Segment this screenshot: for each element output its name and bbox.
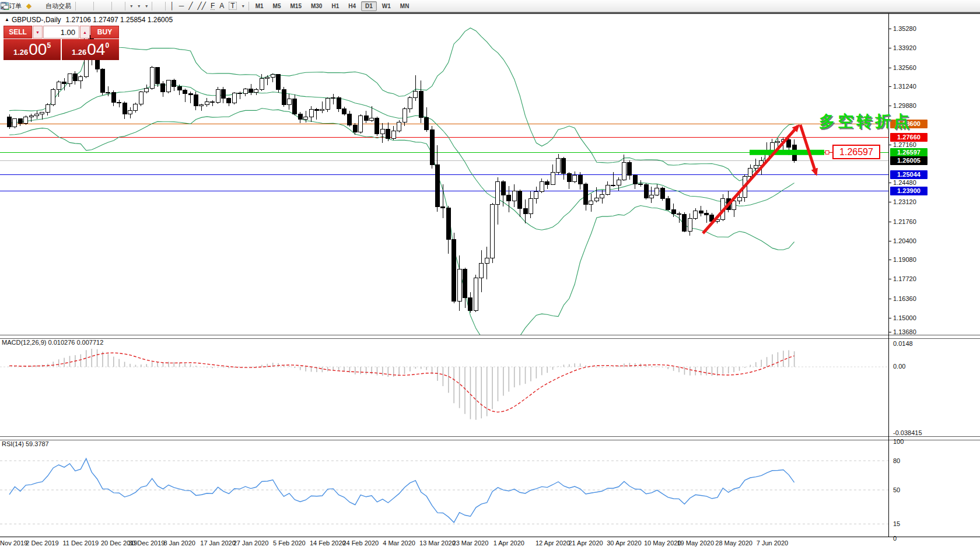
timeframe-button-mn[interactable]: MN <box>396 1 414 11</box>
bar-chart-type-button[interactable] <box>78 1 82 11</box>
buy-price-big-digits: 04 <box>87 40 105 59</box>
rsi-label: RSI(14) 59.3787 <box>2 440 49 447</box>
sell-price-pip-digit: 5 <box>47 41 51 50</box>
cursor-tool-button[interactable] <box>154 1 159 11</box>
horizontal-line-tool-button[interactable]: ─ <box>177 1 187 11</box>
level-price-box: 1.23900 <box>890 187 928 195</box>
symbol-triangle-icon: ▲ <box>5 17 9 22</box>
price-tick-label: 1.13680 <box>893 328 916 335</box>
dropdown-arrow-icon: ▾ <box>145 3 148 9</box>
chart-symbol-period: GBPUSD-,Daily <box>12 16 61 24</box>
rsi-name: RSI(14) <box>2 440 24 447</box>
signals-button[interactable] <box>38 1 43 11</box>
date-tick-label: 1 Apr 2020 <box>484 540 533 547</box>
vertical-line-icon: │ <box>170 2 174 9</box>
line-chart-type-button[interactable] <box>87 1 92 11</box>
price-tick-label: 1.24480 <box>893 179 916 186</box>
timeframe-button-h1[interactable]: H1 <box>327 1 343 11</box>
sell-price-display[interactable]: 1.26 00 5 <box>4 39 61 60</box>
price-tick-mark <box>888 202 891 202</box>
rsi-axis-label: 0 <box>893 535 897 542</box>
toolbar-separator <box>249 2 249 10</box>
arrows-tool-button[interactable]: ▾ <box>239 1 247 11</box>
trendline-icon: ╱ <box>188 2 192 9</box>
chat-button[interactable] <box>972 1 977 11</box>
level-price-box: 1.25044 <box>890 170 928 179</box>
spin-up-icon: ▲ <box>83 30 87 34</box>
buy-button[interactable]: BUY <box>90 26 119 38</box>
price-tick-mark <box>888 260 891 260</box>
macd-axis-label: -0.038415 <box>893 429 922 436</box>
rsi-axis-label: 15 <box>893 520 900 527</box>
level-price-callout[interactable]: 1.26597 <box>832 145 880 159</box>
chart-ohlc-values: 1.27106 1.27497 1.25854 1.26005 <box>66 16 173 24</box>
toolbar-right-group <box>967 1 977 11</box>
templates-button[interactable]: ▾ <box>142 1 150 11</box>
timeframe-button-m15[interactable]: M15 <box>286 1 306 11</box>
price-tick-label: 1.23120 <box>893 198 916 205</box>
label-tool-button[interactable]: T <box>226 1 239 11</box>
fibonacci-icon: F <box>211 2 215 10</box>
candlesticks <box>8 30 797 313</box>
auto-scroll-button[interactable] <box>114 1 118 11</box>
volume-input[interactable]: 1.00 <box>43 26 79 38</box>
price-tick-mark <box>888 332 891 332</box>
price-tick-mark <box>888 222 891 222</box>
rsi-axis-label: 80 <box>893 457 900 464</box>
candlestick-chart-type-button[interactable] <box>82 1 87 11</box>
toolbar-separator <box>125 2 125 10</box>
price-tick-label: 1.20400 <box>893 237 916 244</box>
price-tick-label: 1.15000 <box>893 314 916 321</box>
market-watch-button[interactable] <box>34 1 38 11</box>
price-tick-mark <box>888 29 891 29</box>
vertical-line-tool-button[interactable]: │ <box>167 1 177 11</box>
sell-price-prefix: 1.26 <box>13 48 28 57</box>
volume-decrease-button[interactable]: ▼ <box>33 26 43 38</box>
price-tick-mark <box>888 68 891 68</box>
buy-price-display[interactable]: 1.26 04 0 <box>62 39 119 60</box>
timeframe-button-h4[interactable]: H4 <box>344 1 360 11</box>
trendline-tool-button[interactable]: ╱ <box>186 1 195 11</box>
level-price-box: 1.26597 <box>890 148 928 157</box>
rsi-indicator-panel[interactable] <box>0 439 888 537</box>
price-tick-mark <box>888 279 891 279</box>
timeframe-button-d1[interactable]: D1 <box>361 1 377 11</box>
tile-windows-button[interactable] <box>105 1 110 11</box>
text-tool-button[interactable]: A <box>217 1 226 11</box>
macd-name: MACD(12,26,9) <box>2 339 46 346</box>
dropdown-arrow-icon: ▾ <box>242 3 244 9</box>
zoom-in-button[interactable] <box>96 1 100 11</box>
sell-button[interactable]: SELL <box>4 26 32 38</box>
timeframe-button-w1[interactable]: W1 <box>378 1 395 11</box>
rsi-level-lines <box>0 461 888 524</box>
volume-increase-button[interactable]: ▲ <box>80 26 90 38</box>
macd-axis-label: 0.00 <box>893 363 905 370</box>
turning-point-annotation[interactable]: 多空转折点 <box>819 111 912 132</box>
timeframe-button-m5[interactable]: M5 <box>269 1 285 11</box>
macd-label: MACD(12,26,9) 0.010276 0.007712 <box>2 339 103 346</box>
auto-trading-button[interactable]: 自动交易 <box>43 1 74 11</box>
crosshair-tool-button[interactable] <box>159 1 163 11</box>
timeframe-button-m1[interactable]: M1 <box>251 1 268 11</box>
toolbar-separator <box>152 2 152 10</box>
price-chart-panel[interactable] <box>0 13 888 335</box>
periods-button[interactable]: ▾ <box>135 1 142 11</box>
buy-price-prefix: 1.26 <box>72 48 86 57</box>
price-tick-mark <box>888 299 891 299</box>
rsi-axis-label: 50 <box>893 486 900 493</box>
channel-tool-button[interactable]: ╱╱ <box>195 1 208 11</box>
main-toolbar: 新订单 ◆ 自动交易 <box>0 0 980 12</box>
price-tick-label: 1.35280 <box>893 25 916 32</box>
fibonacci-tool-button[interactable]: F <box>208 1 217 11</box>
timeframe-button-m30[interactable]: M30 <box>307 1 326 11</box>
gold-button[interactable]: ◆ <box>24 1 34 11</box>
chart-shift-button[interactable] <box>118 1 123 11</box>
search-button[interactable] <box>967 1 972 11</box>
timeframe-button-group: M1M5M15M30H1H4D1W1MN <box>251 2 414 9</box>
macd-signal-line <box>9 353 794 412</box>
spin-down-icon: ▼ <box>36 30 40 34</box>
add-indicator-button[interactable]: ▾ <box>127 1 135 11</box>
macd-indicator-panel[interactable] <box>0 338 888 436</box>
dropdown-arrow-icon: ▾ <box>130 3 132 9</box>
zoom-out-button[interactable] <box>100 1 105 11</box>
